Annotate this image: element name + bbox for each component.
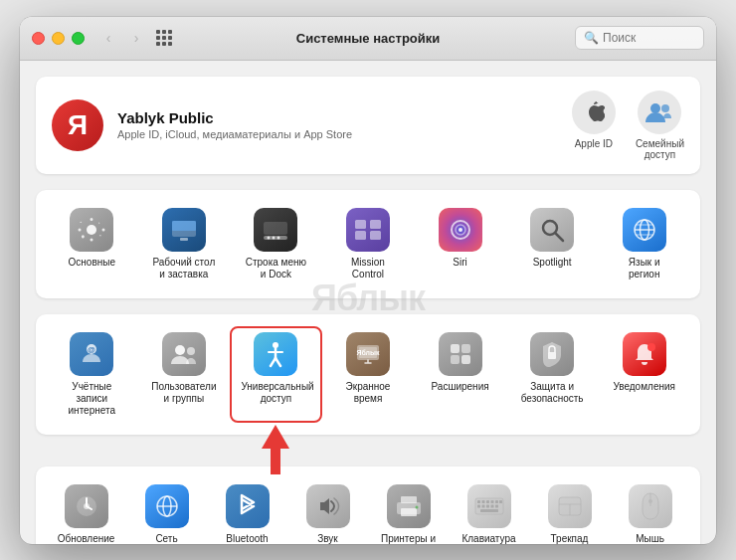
app-grid-button[interactable] [152,28,176,48]
pref-extensions[interactable]: Расширения [414,326,506,423]
svg-rect-55 [486,500,489,503]
pref-network[interactable]: Сеть [126,478,207,544]
pref-security[interactable]: Защита ибезопасность [506,326,599,423]
svg-line-32 [271,358,276,366]
pref-software-update[interactable]: ОбновлениеПО [46,478,126,544]
svg-point-27 [175,345,185,355]
notifications-label: Уведомления [613,381,675,393]
apple-id-icon [572,91,616,134]
dock-label: Строка менюи Dock [246,257,306,280]
pref-trackpad[interactable]: Трекпад [529,478,610,544]
svg-rect-11 [355,220,366,229]
svg-point-1 [661,104,669,112]
bluetooth-icon [226,484,270,528]
pref-keyboard[interactable]: Клавиатура [449,478,529,544]
window-title: Системные настройки [296,31,441,46]
svg-rect-13 [355,231,366,240]
avatar[interactable]: Я [52,99,103,151]
dock-icon [254,208,297,252]
keyboard-icon [467,484,511,528]
traffic-lights [32,32,85,45]
mouse-label: Мышь [636,533,664,544]
pref-desktop[interactable]: Рабочий столи заставка [138,202,231,286]
general-label: Основные [69,257,115,269]
pref-sound[interactable]: Звук [287,478,368,544]
accessibility-icon [254,332,297,376]
extensions-icon [439,332,482,376]
pref-spotlight[interactable]: Spotlight [506,202,599,286]
lang-label: Язык ирегион [629,257,660,280]
desktop-label: Рабочий столи заставка [152,257,215,280]
screen-time-icon: Яблык [346,332,390,376]
family-sharing-icon [638,91,681,134]
minimize-button[interactable] [52,32,65,45]
pref-printers[interactable]: Принтеры исканеры [368,478,449,544]
pref-section-1: Основные Рабочий столи заставка [36,190,700,298]
pref-section-2: @ Учётныезаписиинтернета Польз [36,314,700,435]
pref-accessibility[interactable]: Универсальныйдоступ [230,326,322,423]
content-area: Яблык Я Yablyk Public Apple ID, iCloud, … [20,61,716,544]
maximize-button[interactable] [72,32,85,45]
software-update-icon [65,484,108,528]
svg-point-17 [459,228,462,232]
search-icon: 🔍 [584,31,599,45]
pref-accounts[interactable]: @ Учётныезаписиинтернета [46,326,138,423]
svg-rect-39 [451,355,460,364]
svg-point-69 [648,499,652,503]
svg-rect-56 [490,500,493,503]
search-box[interactable]: 🔍 [575,26,704,50]
nav-buttons: ‹ › [96,28,148,48]
pref-lang[interactable]: Язык ирегион [598,202,690,286]
svg-point-28 [187,347,195,355]
forward-button[interactable]: › [124,28,148,48]
pref-screen-time[interactable]: Яблык Экранноевремя [322,326,415,423]
pref-grid-3: ОбновлениеПО Сеть [46,478,690,544]
svg-rect-4 [172,221,196,231]
pref-bluetooth[interactable]: Bluetooth [207,478,287,544]
pref-mission[interactable]: MissionControl [322,202,415,286]
apple-id-button[interactable]: Apple ID [572,91,616,160]
svg-rect-64 [480,509,498,512]
svg-point-9 [273,236,276,239]
screen-time-label: Экранноевремя [346,381,391,405]
pref-dock[interactable]: Строка менюи Dock [230,202,322,286]
svg-rect-53 [477,500,480,503]
trackpad-label: Трекпад [551,533,589,544]
family-sharing-label: Семейный доступ [636,138,684,160]
search-input[interactable] [603,31,695,45]
svg-rect-59 [477,504,480,507]
grid-icon [156,30,172,46]
accounts-icon: @ [70,332,113,376]
svg-line-33 [276,358,280,366]
svg-rect-54 [481,500,484,503]
svg-text:Яблык: Яблык [356,349,380,356]
siri-label: Siri [453,257,466,269]
pref-notifications[interactable]: Уведомления [598,326,690,423]
svg-rect-60 [481,504,484,507]
extensions-label: Расширения [431,381,488,393]
close-button[interactable] [32,32,45,45]
titlebar: ‹ › Системные настройки 🔍 [20,17,716,61]
system-preferences-window: ‹ › Системные настройки 🔍 Яблык Я Yablyk… [20,17,716,544]
siri-icon [439,208,482,252]
accessibility-label: Универсальныйдоступ [241,381,310,405]
pref-mouse[interactable]: Мышь [610,478,690,544]
svg-rect-49 [401,496,417,503]
svg-rect-40 [461,355,470,364]
svg-rect-58 [499,500,502,503]
svg-line-19 [556,233,564,241]
network-label: Сеть [155,533,177,544]
pref-siri[interactable]: Siri [414,202,506,286]
pref-users[interactable]: Пользователии группы [138,326,231,423]
svg-rect-61 [486,504,489,507]
family-sharing-button[interactable]: Семейный доступ [636,91,684,160]
back-button[interactable]: ‹ [96,28,120,48]
mission-label: MissionControl [351,257,385,280]
svg-rect-50 [401,508,417,516]
notifications-icon [623,332,666,376]
svg-point-51 [415,505,418,508]
profile-section: Я Yablyk Public Apple ID, iCloud, медиам… [36,77,700,174]
svg-rect-14 [370,231,381,240]
accounts-label: Учётныезаписиинтернета [69,381,115,417]
pref-general[interactable]: Основные [46,202,138,286]
